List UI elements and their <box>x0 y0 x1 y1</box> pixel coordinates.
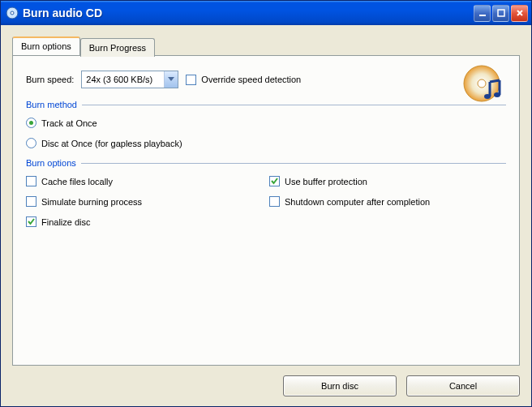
burn-audio-cd-window: Burn audio CD Burn options Burn Progress <box>0 0 532 407</box>
tab-label: Burn Progress <box>89 43 146 53</box>
client-area: Burn options Burn Progress <box>1 25 531 406</box>
group-title: Burn method <box>26 100 77 109</box>
radio-label: Track at Once <box>41 118 97 128</box>
burn-speed-select[interactable]: 24x (3 600 KB/s) <box>81 71 178 88</box>
cd-music-icon <box>462 64 508 109</box>
checkbox-box <box>26 176 36 186</box>
tab-burn-progress[interactable]: Burn Progress <box>80 38 155 57</box>
checkbox-box <box>269 176 280 186</box>
checkbox-label: Use buffer protection <box>285 177 367 186</box>
checkbox-label: Simulate burning process <box>41 197 142 207</box>
button-label: Burn disc <box>321 381 358 391</box>
group-divider <box>81 163 506 164</box>
checkbox-finalize[interactable]: Finalize disc <box>26 216 261 227</box>
tab-panel-options: Burn speed: 24x (3 600 KB/s) Override sp… <box>12 55 520 366</box>
minimize-icon <box>478 9 487 17</box>
burn-method-options: Track at Once Disc at Once (for gapless … <box>26 118 506 148</box>
titlebar[interactable]: Burn audio CD <box>1 1 531 25</box>
svg-point-6 <box>484 94 491 99</box>
tab-strip: Burn options Burn Progress <box>12 36 520 55</box>
window-title: Burn audio CD <box>23 6 474 19</box>
titlebar-buttons <box>474 5 528 22</box>
maximize-icon <box>497 9 505 17</box>
radio-box <box>26 138 36 148</box>
burn-options-header: Burn options <box>26 158 506 168</box>
checkbox-box <box>26 196 36 207</box>
checkbox-simulate[interactable]: Simulate burning process <box>26 196 261 207</box>
burn-method-header: Burn method <box>26 100 506 109</box>
svg-point-5 <box>478 79 486 88</box>
checkbox-label: Cache files locally <box>41 177 113 186</box>
burn-disc-button[interactable]: Burn disc <box>283 375 397 396</box>
app-icon <box>6 6 19 19</box>
dropdown-button[interactable] <box>164 71 178 88</box>
burn-options-grid: Cache files locally Use buffer protectio… <box>26 176 506 227</box>
maximize-button[interactable] <box>492 5 509 22</box>
override-speed-checkbox[interactable]: Override speed detection <box>186 75 301 85</box>
checkbox-cache-files[interactable]: Cache files locally <box>26 176 261 186</box>
close-icon <box>516 9 524 17</box>
burn-speed-label: Burn speed: <box>26 75 74 84</box>
checkbox-label: Override speed detection <box>201 75 301 84</box>
checkbox-label: Shutdown computer after completion <box>285 197 430 207</box>
svg-point-7 <box>494 92 500 97</box>
tab-burn-options[interactable]: Burn options <box>12 36 80 55</box>
svg-rect-3 <box>498 10 504 16</box>
checkbox-shutdown[interactable]: Shutdown computer after completion <box>269 196 506 207</box>
burn-speed-row: Burn speed: 24x (3 600 KB/s) Override sp… <box>26 71 506 88</box>
radio-box <box>26 118 36 128</box>
group-title: Burn options <box>26 158 76 168</box>
tab-frame: Burn options Burn Progress <box>12 36 520 366</box>
dialog-footer: Burn disc Cancel <box>12 366 520 396</box>
burn-speed-value: 24x (3 600 KB/s) <box>86 75 152 84</box>
check-icon <box>27 217 36 226</box>
svg-rect-2 <box>479 15 486 16</box>
radio-disc-at-once[interactable]: Disc at Once (for gapless playback) <box>26 138 506 148</box>
close-button[interactable] <box>511 5 528 22</box>
cancel-button[interactable]: Cancel <box>406 375 520 396</box>
tab-label: Burn options <box>21 41 71 51</box>
group-divider <box>82 105 506 105</box>
chevron-down-icon <box>168 77 174 82</box>
checkbox-buffer-protection[interactable]: Use buffer protection <box>269 176 506 186</box>
radio-track-at-once[interactable]: Track at Once <box>26 118 506 128</box>
checkbox-box <box>26 216 36 227</box>
checkbox-label: Finalize disc <box>41 217 91 227</box>
minimize-button[interactable] <box>474 5 491 22</box>
checkbox-box <box>269 196 280 207</box>
check-icon <box>270 177 279 186</box>
svg-point-1 <box>11 11 14 15</box>
radio-label: Disc at Once (for gapless playback) <box>41 139 182 148</box>
button-label: Cancel <box>449 381 477 391</box>
checkbox-box <box>186 75 196 85</box>
